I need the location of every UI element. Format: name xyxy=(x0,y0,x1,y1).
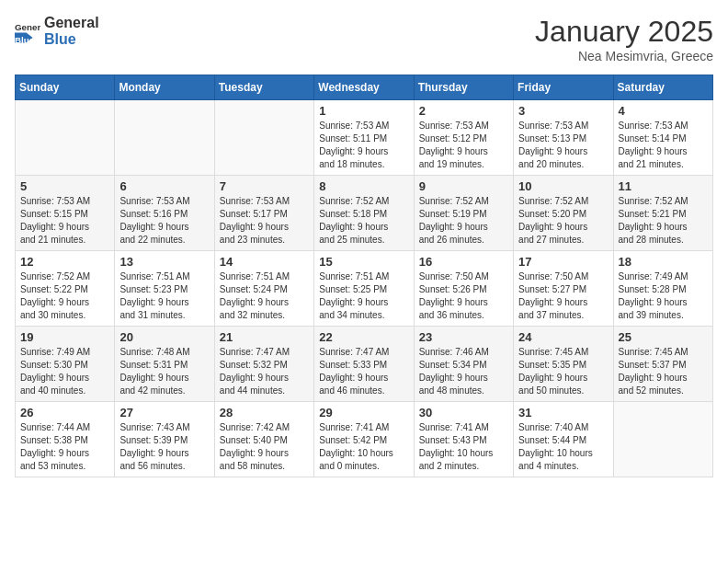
calendar-cell: 15Sunrise: 7:51 AM Sunset: 5:25 PM Dayli… xyxy=(314,251,414,327)
calendar-cell: 10Sunrise: 7:52 AM Sunset: 5:20 PM Dayli… xyxy=(514,176,613,251)
day-number: 11 xyxy=(619,179,708,193)
calendar-cell: 11Sunrise: 7:52 AM Sunset: 5:21 PM Dayli… xyxy=(613,176,712,251)
calendar-cell: 2Sunrise: 7:53 AM Sunset: 5:12 PM Daylig… xyxy=(414,100,513,176)
day-number: 25 xyxy=(619,330,708,344)
day-info: Sunrise: 7:47 AM Sunset: 5:33 PM Dayligh… xyxy=(319,346,408,397)
day-info: Sunrise: 7:41 AM Sunset: 5:42 PM Dayligh… xyxy=(319,421,408,473)
logo-text-blue: Blue xyxy=(44,31,99,48)
calendar-cell: 1Sunrise: 7:53 AM Sunset: 5:11 PM Daylig… xyxy=(314,100,414,176)
calendar-cell: 25Sunrise: 7:45 AM Sunset: 5:37 PM Dayli… xyxy=(613,327,712,402)
location-title: Nea Mesimvria, Greece xyxy=(535,49,713,63)
logo: General Blue General Blue xyxy=(15,15,99,47)
day-number: 9 xyxy=(419,179,508,193)
day-info: Sunrise: 7:43 AM Sunset: 5:39 PM Dayligh… xyxy=(119,421,209,473)
calendar-day-header: Wednesday xyxy=(314,75,414,100)
calendar-cell xyxy=(16,100,115,176)
day-info: Sunrise: 7:48 AM Sunset: 5:31 PM Dayligh… xyxy=(119,346,209,397)
calendar-cell xyxy=(214,100,313,176)
day-info: Sunrise: 7:51 AM Sunset: 5:25 PM Dayligh… xyxy=(319,270,408,322)
day-info: Sunrise: 7:45 AM Sunset: 5:37 PM Dayligh… xyxy=(619,346,708,397)
calendar-week-row: 26Sunrise: 7:44 AM Sunset: 5:38 PM Dayli… xyxy=(16,402,713,477)
calendar-cell: 16Sunrise: 7:50 AM Sunset: 5:26 PM Dayli… xyxy=(414,251,513,327)
day-info: Sunrise: 7:49 AM Sunset: 5:28 PM Dayligh… xyxy=(619,270,708,322)
svg-text:Blue: Blue xyxy=(15,34,35,43)
day-info: Sunrise: 7:53 AM Sunset: 5:14 PM Dayligh… xyxy=(619,120,708,171)
calendar-table: SundayMondayTuesdayWednesdayThursdayFrid… xyxy=(15,75,713,477)
calendar-day-header: Thursday xyxy=(414,75,513,100)
day-info: Sunrise: 7:52 AM Sunset: 5:20 PM Dayligh… xyxy=(518,195,608,247)
page-header: General Blue General Blue January 2025 N… xyxy=(15,15,713,63)
calendar-cell: 18Sunrise: 7:49 AM Sunset: 5:28 PM Dayli… xyxy=(613,251,712,327)
day-number: 17 xyxy=(518,255,608,269)
calendar-cell: 13Sunrise: 7:51 AM Sunset: 5:23 PM Dayli… xyxy=(115,251,214,327)
day-info: Sunrise: 7:44 AM Sunset: 5:38 PM Dayligh… xyxy=(20,421,109,473)
day-info: Sunrise: 7:50 AM Sunset: 5:26 PM Dayligh… xyxy=(419,270,508,322)
day-info: Sunrise: 7:51 AM Sunset: 5:24 PM Dayligh… xyxy=(220,270,309,322)
day-info: Sunrise: 7:52 AM Sunset: 5:22 PM Dayligh… xyxy=(20,270,109,322)
calendar-week-row: 1Sunrise: 7:53 AM Sunset: 5:11 PM Daylig… xyxy=(16,100,713,176)
day-number: 14 xyxy=(220,255,309,269)
day-number: 10 xyxy=(518,179,608,193)
calendar-cell xyxy=(115,100,214,176)
day-number: 1 xyxy=(319,104,408,118)
day-number: 28 xyxy=(220,406,309,419)
day-number: 31 xyxy=(518,406,608,419)
day-info: Sunrise: 7:53 AM Sunset: 5:12 PM Dayligh… xyxy=(419,120,508,171)
calendar-week-row: 5Sunrise: 7:53 AM Sunset: 5:15 PM Daylig… xyxy=(16,176,713,251)
calendar-cell: 26Sunrise: 7:44 AM Sunset: 5:38 PM Dayli… xyxy=(16,402,115,477)
day-number: 4 xyxy=(619,104,708,118)
calendar-cell: 9Sunrise: 7:52 AM Sunset: 5:19 PM Daylig… xyxy=(414,176,513,251)
calendar-day-header: Sunday xyxy=(16,75,115,100)
calendar-week-row: 19Sunrise: 7:49 AM Sunset: 5:30 PM Dayli… xyxy=(16,327,713,402)
calendar-cell: 21Sunrise: 7:47 AM Sunset: 5:32 PM Dayli… xyxy=(214,327,313,402)
day-number: 16 xyxy=(419,255,508,269)
calendar-cell: 29Sunrise: 7:41 AM Sunset: 5:42 PM Dayli… xyxy=(314,402,414,477)
day-number: 6 xyxy=(119,179,209,193)
day-number: 8 xyxy=(319,179,408,193)
month-title: January 2025 xyxy=(535,15,713,49)
day-number: 18 xyxy=(619,255,708,269)
day-number: 3 xyxy=(518,104,608,118)
day-info: Sunrise: 7:53 AM Sunset: 5:13 PM Dayligh… xyxy=(518,120,608,171)
calendar-header-row: SundayMondayTuesdayWednesdayThursdayFrid… xyxy=(16,75,713,100)
calendar-cell: 19Sunrise: 7:49 AM Sunset: 5:30 PM Dayli… xyxy=(16,327,115,402)
day-info: Sunrise: 7:53 AM Sunset: 5:11 PM Dayligh… xyxy=(319,120,408,171)
calendar-cell: 22Sunrise: 7:47 AM Sunset: 5:33 PM Dayli… xyxy=(314,327,414,402)
calendar-cell: 5Sunrise: 7:53 AM Sunset: 5:15 PM Daylig… xyxy=(16,176,115,251)
day-number: 15 xyxy=(319,255,408,269)
day-number: 29 xyxy=(319,406,408,419)
calendar-cell: 4Sunrise: 7:53 AM Sunset: 5:14 PM Daylig… xyxy=(613,100,712,176)
day-info: Sunrise: 7:42 AM Sunset: 5:40 PM Dayligh… xyxy=(220,421,309,473)
calendar-cell: 28Sunrise: 7:42 AM Sunset: 5:40 PM Dayli… xyxy=(214,402,313,477)
calendar-day-header: Friday xyxy=(514,75,613,100)
day-number: 2 xyxy=(419,104,508,118)
day-info: Sunrise: 7:40 AM Sunset: 5:44 PM Dayligh… xyxy=(518,421,608,473)
day-number: 20 xyxy=(119,330,209,344)
day-info: Sunrise: 7:53 AM Sunset: 5:16 PM Dayligh… xyxy=(119,195,209,247)
calendar-cell: 27Sunrise: 7:43 AM Sunset: 5:39 PM Dayli… xyxy=(115,402,214,477)
svg-text:General: General xyxy=(15,21,40,31)
day-info: Sunrise: 7:47 AM Sunset: 5:32 PM Dayligh… xyxy=(220,346,309,397)
day-info: Sunrise: 7:53 AM Sunset: 5:15 PM Dayligh… xyxy=(20,195,109,247)
day-info: Sunrise: 7:52 AM Sunset: 5:21 PM Dayligh… xyxy=(619,195,708,247)
calendar-cell: 3Sunrise: 7:53 AM Sunset: 5:13 PM Daylig… xyxy=(514,100,613,176)
day-number: 26 xyxy=(20,406,109,419)
calendar-cell: 17Sunrise: 7:50 AM Sunset: 5:27 PM Dayli… xyxy=(514,251,613,327)
day-number: 5 xyxy=(20,179,109,193)
day-number: 13 xyxy=(119,255,209,269)
calendar-cell: 20Sunrise: 7:48 AM Sunset: 5:31 PM Dayli… xyxy=(115,327,214,402)
logo-icon: General Blue xyxy=(15,18,40,44)
calendar-cell: 7Sunrise: 7:53 AM Sunset: 5:17 PM Daylig… xyxy=(214,176,313,251)
calendar-cell: 23Sunrise: 7:46 AM Sunset: 5:34 PM Dayli… xyxy=(414,327,513,402)
calendar-cell: 6Sunrise: 7:53 AM Sunset: 5:16 PM Daylig… xyxy=(115,176,214,251)
calendar-cell: 12Sunrise: 7:52 AM Sunset: 5:22 PM Dayli… xyxy=(16,251,115,327)
day-number: 22 xyxy=(319,330,408,344)
day-info: Sunrise: 7:45 AM Sunset: 5:35 PM Dayligh… xyxy=(518,346,608,397)
calendar-day-header: Tuesday xyxy=(214,75,313,100)
day-number: 27 xyxy=(119,406,209,419)
calendar-cell: 14Sunrise: 7:51 AM Sunset: 5:24 PM Dayli… xyxy=(214,251,313,327)
calendar-cell: 31Sunrise: 7:40 AM Sunset: 5:44 PM Dayli… xyxy=(514,402,613,477)
calendar-week-row: 12Sunrise: 7:52 AM Sunset: 5:22 PM Dayli… xyxy=(16,251,713,327)
day-number: 24 xyxy=(518,330,608,344)
title-block: January 2025 Nea Mesimvria, Greece xyxy=(535,15,713,63)
